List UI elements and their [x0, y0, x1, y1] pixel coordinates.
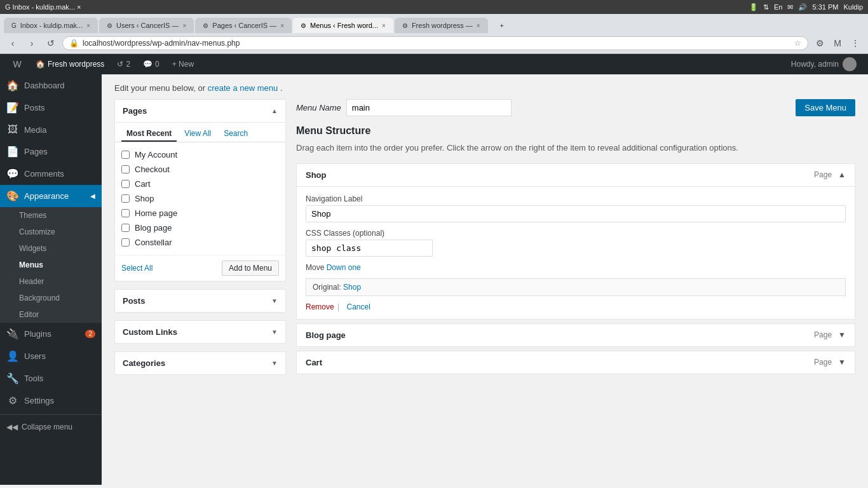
browser-toolbar: ‹ › ↺ 🔒 localhost/wordpress/wp-admin/nav…: [0, 33, 868, 53]
menu-item-shop-title: Shop: [306, 170, 327, 180]
sidebar-item-header[interactable]: Header: [0, 273, 102, 290]
checkout-checkbox[interactable]: [121, 165, 130, 173]
wp-icon-btn[interactable]: ⚙: [812, 36, 827, 51]
bookmark-icon[interactable]: ☆: [794, 39, 801, 48]
tab-gmail-close[interactable]: ×: [86, 22, 90, 29]
new-tab-button[interactable]: +: [489, 18, 515, 33]
updates-icon: ↺: [117, 60, 123, 69]
pages-panel: Pages ▲ Most Recent View All Search My A…: [114, 99, 286, 281]
posts-panel-chevron: ▼: [271, 297, 278, 304]
menu-item-cart-chevron[interactable]: ▼: [838, 358, 846, 367]
list-item: My Account: [121, 147, 279, 162]
tab-pages-close[interactable]: ×: [280, 22, 284, 29]
gmail-icon-btn[interactable]: M: [830, 36, 845, 51]
add-to-menu-button[interactable]: Add to Menu: [222, 261, 279, 276]
reload-button[interactable]: ↺: [43, 36, 58, 51]
tab-menus[interactable]: ⚙ Menus ‹ Fresh word... ×: [293, 18, 393, 33]
updates-item[interactable]: ↺ 2: [111, 54, 137, 74]
forward-button[interactable]: ›: [24, 36, 39, 51]
move-down-link[interactable]: Down one: [327, 263, 361, 272]
sidebar-item-media[interactable]: 🖼 Media: [0, 119, 102, 140]
pages-panel-items: My Account Checkout Cart Shop: [115, 142, 285, 255]
tab-gmail[interactable]: G Inbox - kuldip.mak... ×: [4, 18, 98, 33]
pages-favicon: ⚙: [203, 22, 208, 29]
sidebar-item-editor[interactable]: Editor: [0, 306, 102, 323]
collapse-menu-button[interactable]: ◀◀ Collapse menu: [0, 417, 102, 437]
sidebar-item-pages[interactable]: 📄 Pages: [0, 140, 102, 163]
sidebar-item-plugins[interactable]: 🔌 Plugins 2: [0, 323, 102, 345]
tab-fresh-close[interactable]: ×: [477, 22, 480, 29]
tab-view-all[interactable]: View All: [179, 126, 216, 142]
sidebar-item-customize[interactable]: Customize: [0, 224, 102, 240]
shop-checkbox[interactable]: [121, 194, 130, 203]
sidebar-item-dashboard[interactable]: 🏠 Dashboard: [0, 74, 102, 97]
edit-text-after: .: [280, 83, 283, 93]
tab-menus-close[interactable]: ×: [382, 22, 386, 29]
constellar-checkbox[interactable]: [121, 238, 130, 247]
site-name-item[interactable]: 🏠 Fresh wordpress: [29, 54, 111, 74]
pages-icon: 📄: [6, 146, 19, 158]
howdy-text: Howdy, admin: [791, 60, 839, 69]
sidebar-item-comments[interactable]: 💬 Comments: [0, 163, 102, 185]
my-account-checkbox[interactable]: [121, 151, 130, 159]
categories-panel-header[interactable]: Categories ▼: [115, 352, 285, 374]
address-bar[interactable]: 🔒 localhost/wordpress/wp-admin/nav-menus…: [62, 36, 808, 50]
pages-panel-footer: Select All Add to Menu: [115, 255, 285, 281]
more-options-button[interactable]: ⋮: [848, 36, 863, 51]
tab-search[interactable]: Search: [219, 126, 253, 142]
sidebar-item-widgets[interactable]: Widgets: [0, 240, 102, 257]
media-icon: 🖼: [6, 124, 19, 135]
actions-separator: |: [337, 302, 339, 311]
back-button[interactable]: ‹: [5, 36, 20, 51]
tab-pages[interactable]: ⚙ Pages ‹ CancerIS — ×: [195, 18, 292, 33]
tab-users[interactable]: ⚙ Users ‹ CancerIS — ×: [99, 18, 194, 33]
tab-users-close[interactable]: ×: [182, 22, 186, 29]
menu-item-blog-header[interactable]: Blog page Page ▼: [297, 324, 855, 346]
menu-item-shop-header[interactable]: Shop Page ▲: [297, 164, 855, 186]
menu-name-input[interactable]: [346, 99, 512, 116]
original-link[interactable]: Shop: [343, 283, 361, 292]
menu-item-shop-meta: Page ▲: [814, 170, 846, 179]
sidebar-item-media-label: Media: [24, 125, 46, 135]
cancel-link[interactable]: Cancel: [347, 302, 370, 311]
remove-link[interactable]: Remove: [306, 302, 334, 311]
pages-panel-header[interactable]: Pages ▲: [115, 100, 285, 123]
menu-item-blog-chevron[interactable]: ▼: [838, 330, 846, 339]
sidebar-item-posts[interactable]: 📝 Posts: [0, 97, 102, 119]
select-all-link[interactable]: Select All: [121, 264, 153, 273]
blogpage-checkbox[interactable]: [121, 224, 130, 232]
sidebar-item-users-label: Users: [24, 351, 46, 361]
sidebar-item-users[interactable]: 👤 Users: [0, 345, 102, 367]
comments-item[interactable]: 💬 0: [137, 54, 166, 74]
css-class-input[interactable]: [306, 240, 433, 257]
sidebar-item-tools[interactable]: 🔧 Tools: [0, 367, 102, 390]
save-menu-button[interactable]: Save Menu: [796, 99, 855, 116]
menu-item-shop-chevron[interactable]: ▲: [838, 170, 846, 179]
tab-fresh-title: Fresh wordpress —: [412, 22, 473, 29]
home-icon: 🏠: [36, 60, 45, 69]
menu-item-blog-title: Blog page: [306, 330, 346, 340]
pages-panel-chevron: ▲: [271, 107, 278, 114]
custom-links-panel-header[interactable]: Custom Links ▼: [115, 321, 285, 343]
create-new-menu-link[interactable]: create a new menu: [208, 83, 278, 93]
sidebar-item-themes[interactable]: Themes: [0, 207, 102, 224]
sidebar-item-settings[interactable]: ⚙ Settings: [0, 390, 102, 412]
sidebar-item-background[interactable]: Background: [0, 290, 102, 306]
nav-label-label: Navigation Label: [306, 194, 846, 203]
tab-fresh[interactable]: ⚙ Fresh wordpress — ×: [395, 18, 488, 33]
menu-item-cart-header[interactable]: Cart Page ▼: [297, 351, 855, 374]
homepage-checkbox[interactable]: [121, 209, 130, 217]
pages-panel-title: Pages: [123, 106, 147, 116]
sidebar-item-appearance[interactable]: 🎨 Appearance ◀: [0, 185, 102, 207]
new-content-item[interactable]: + New: [166, 54, 200, 74]
homepage-label: Home page: [135, 208, 177, 218]
nav-label-group: Navigation Label: [306, 194, 846, 222]
edit-text: Edit your menu below, or: [114, 83, 205, 93]
sidebar-item-settings-label: Settings: [24, 396, 54, 405]
sidebar-item-menus[interactable]: Menus: [0, 257, 102, 273]
tab-most-recent[interactable]: Most Recent: [121, 126, 177, 142]
nav-label-input[interactable]: [306, 205, 846, 222]
wp-logo-item[interactable]: W: [5, 54, 29, 74]
posts-panel-header[interactable]: Posts ▼: [115, 290, 285, 312]
cart-checkbox[interactable]: [121, 180, 130, 188]
